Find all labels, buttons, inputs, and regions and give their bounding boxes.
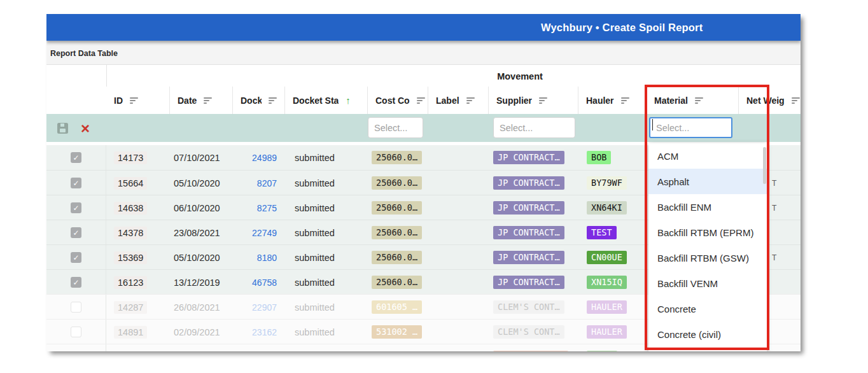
filter-menu-icon[interactable] (204, 96, 212, 105)
cell-id: 14287 (106, 295, 169, 320)
cell-cost-code: 25060.0… (367, 220, 428, 245)
row-checkbox[interactable] (71, 327, 81, 337)
cell-docket: 46758 (232, 270, 277, 295)
cell-row-controls: ✓ (46, 270, 106, 295)
column-header-cost[interactable]: Cost Co (367, 87, 428, 114)
column-header-material[interactable]: Material (646, 87, 738, 114)
column-header-supplier[interactable]: Supplier (488, 87, 578, 114)
column-header-label: Cost Co (375, 95, 410, 106)
column-header-id[interactable]: ID (106, 87, 169, 114)
cell-docket: 24989 (232, 145, 277, 170)
column-header-label: Docket I (241, 95, 262, 106)
column-header-status[interactable]: Docket Sta↑ (284, 87, 365, 114)
cell-hauler: HAULER (578, 320, 646, 344)
filter-menu-icon[interactable] (621, 96, 629, 105)
page-title: Wychbury • Create Spoil Report (541, 14, 703, 41)
cell-hauler: XN64KI (578, 195, 646, 220)
cell-supplier: JP CONTRACT… (488, 220, 578, 245)
supplier-tag: JP CONTRACT… (493, 201, 564, 215)
row-checkbox[interactable]: ✓ (71, 202, 81, 213)
cell-date: 06/10/2020 (169, 195, 232, 220)
material-option[interactable]: Backfill RTBM (GSW) (648, 245, 767, 271)
cell-hauler: BOB (578, 145, 646, 170)
material-option[interactable]: Concrete (civil) (648, 321, 767, 347)
cell-supplier: CLEM'S CONT… (488, 320, 578, 344)
material-option[interactable]: ACM (648, 143, 767, 169)
row-checkbox[interactable]: ✓ (71, 178, 81, 188)
filter-menu-icon[interactable] (417, 96, 425, 105)
material-option[interactable]: Concrete (648, 296, 767, 321)
cell-date: 05/10/2020 (169, 245, 232, 270)
hauler-tag (587, 351, 617, 351)
hauler-tag: HAULER (587, 300, 627, 314)
cell-cost-code: 25060.0… (367, 270, 428, 295)
column-header-label: Material (654, 95, 688, 106)
filter-menu-icon[interactable] (695, 96, 703, 105)
supplier-tag: JP CONTRACT… (493, 151, 564, 164)
cell-docket: 22749 (232, 220, 277, 245)
cell-date: 26/08/2021 (169, 295, 232, 320)
cell-supplier: JP CONTRACT… (488, 245, 578, 270)
cell-label (428, 295, 488, 320)
material-option[interactable]: Backfill VENM (648, 271, 767, 296)
dropdown-scrollbar[interactable] (763, 147, 766, 184)
column-header-date[interactable]: Date (169, 87, 232, 114)
close-icon: × (81, 120, 90, 137)
docket-link[interactable]: 8180 (257, 253, 277, 263)
supplier-tag: CLEM'S CONT… (493, 325, 564, 339)
id-value: 14173 (114, 151, 147, 164)
docket-link[interactable]: 8275 (257, 203, 277, 213)
cost-code-filter-input[interactable] (368, 117, 423, 138)
cell-supplier: CLEM'S CONT… (488, 295, 578, 320)
id-value: 14287 (114, 301, 147, 314)
row-checkbox[interactable]: ✓ (71, 152, 81, 163)
cell-supplier: JP CONTRACT… (488, 270, 578, 295)
material-dropdown: ACMAsphaltBackfill ENMBackfill RTBM (EPR… (648, 143, 767, 351)
save-button[interactable] (57, 122, 70, 134)
cost-code-tag: 25060.0… (372, 201, 422, 215)
material-option[interactable]: Asphalt (648, 169, 767, 194)
row-checkbox[interactable]: ✓ (71, 277, 81, 288)
filter-menu-icon[interactable] (269, 96, 277, 105)
docket-link[interactable]: 24989 (252, 153, 277, 163)
cell-date: 02/09/2021 (169, 320, 232, 344)
row-checkbox[interactable]: ✓ (71, 227, 81, 238)
cell-label (428, 270, 488, 295)
cell-docket-status: submitted (284, 220, 365, 245)
cancel-button[interactable]: × (78, 120, 93, 136)
docket-link[interactable]: 46758 (252, 278, 277, 288)
docket-link[interactable]: 23162 (252, 327, 277, 337)
filter-menu-icon[interactable] (130, 96, 138, 105)
column-header-label: Label (436, 95, 459, 106)
docket-link[interactable]: 22749 (252, 228, 277, 238)
cost-code-tag: 25060.0… (372, 276, 422, 289)
cell-cost-code: 601605 … (367, 295, 428, 320)
row-checkbox[interactable] (71, 302, 81, 313)
filter-menu-icon[interactable] (539, 96, 547, 105)
cell-docket (232, 344, 277, 351)
filter-menu-icon[interactable] (792, 96, 800, 105)
cell-row-controls: ✓ (46, 195, 106, 220)
supplier-filter-input[interactable] (493, 117, 575, 138)
column-header-netweig[interactable]: Net Weig (738, 87, 801, 114)
id-value: 16123 (114, 276, 147, 289)
cell-docket: 8180 (232, 245, 277, 270)
group-header-row: Movement (46, 64, 801, 87)
column-header-label: Date (178, 95, 197, 106)
cost-code-tag: 25060.0… (372, 151, 422, 164)
filter-menu-icon[interactable] (466, 96, 475, 105)
material-option[interactable]: Backfill RTBM (EPRM) (648, 220, 767, 245)
supplier-tag (493, 351, 568, 351)
docket-link[interactable]: 8207 (257, 178, 277, 188)
column-header-label[interactable]: Label (428, 87, 488, 114)
material-option[interactable]: Backfill ENM (648, 194, 767, 220)
material-filter-input[interactable] (649, 117, 732, 138)
cell-cost-code: 531002 … (367, 320, 428, 344)
column-header-docket[interactable]: Docket I (232, 87, 277, 114)
row-checkbox[interactable]: ✓ (71, 252, 81, 263)
docket-link[interactable]: 22907 (252, 302, 277, 313)
column-header-hauler[interactable]: Hauler (578, 87, 646, 114)
cell-docket-status: submitted (284, 195, 365, 220)
cell-docket-status (284, 344, 365, 351)
save-icon (57, 123, 68, 134)
